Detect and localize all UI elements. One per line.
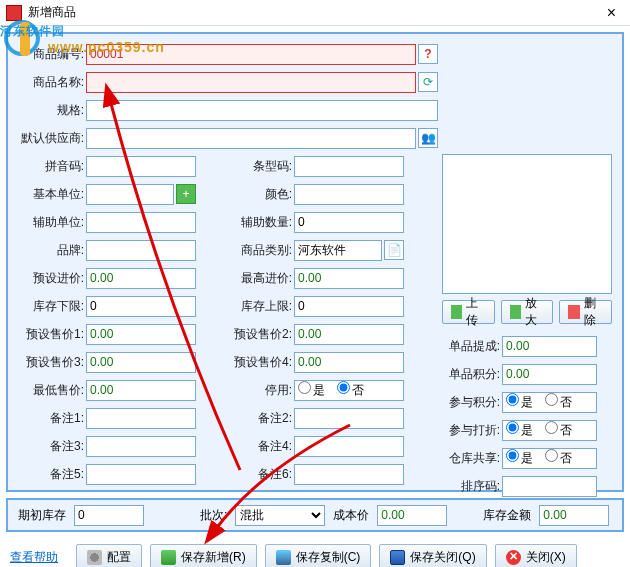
max-cost-input[interactable]: [294, 268, 404, 289]
aux-unit-label: 辅助单位:: [18, 214, 84, 231]
init-stock-input[interactable]: [74, 505, 144, 526]
preset-price4-label: 预设售价4:: [226, 354, 292, 371]
stop-no[interactable]: 否: [337, 381, 364, 399]
min-price-label: 最低售价:: [18, 382, 84, 399]
aux-qty-input[interactable]: [294, 212, 404, 233]
join-discount-label: 参与打折:: [434, 422, 500, 439]
stock-low-input[interactable]: [86, 296, 196, 317]
delete-icon: [568, 305, 579, 319]
bottom-panel: 期初库存 批次: 混批 成本价 库存金额: [6, 498, 624, 532]
watermark: 河东软件园 www.pc0359.cn: [0, 15, 165, 55]
join-discount-no[interactable]: 否: [545, 421, 572, 439]
help-icon[interactable]: ?: [418, 44, 438, 64]
note5-label: 备注5:: [18, 466, 84, 483]
config-button[interactable]: 配置: [76, 544, 142, 567]
preset-price3-label: 预设售价3:: [18, 354, 84, 371]
close-x-icon: ✕: [506, 550, 521, 565]
unit-input[interactable]: [86, 184, 174, 205]
upload-icon: [451, 305, 462, 319]
save-copy-icon: [276, 550, 291, 565]
share-stock-group: 是 否: [502, 448, 597, 469]
category-browse-icon[interactable]: 📄: [384, 240, 404, 260]
category-input[interactable]: [294, 240, 382, 261]
join-points-no[interactable]: 否: [545, 393, 572, 411]
join-discount-group: 是 否: [502, 420, 597, 441]
close-icon[interactable]: ×: [599, 4, 624, 22]
preset-price3-input[interactable]: [86, 352, 196, 373]
preset-price1-label: 预设售价1:: [18, 326, 84, 343]
note5-input[interactable]: [86, 464, 196, 485]
pinyin-input[interactable]: [86, 156, 196, 177]
stop-yes[interactable]: 是: [298, 381, 325, 399]
delete-button[interactable]: 删除: [559, 300, 612, 324]
min-price-input[interactable]: [86, 380, 196, 401]
color-label: 颜色:: [226, 186, 292, 203]
note4-label: 备注4:: [226, 438, 292, 455]
commission-input[interactable]: [502, 336, 597, 357]
preset-price2-input[interactable]: [294, 324, 404, 345]
cost-input[interactable]: [377, 505, 447, 526]
stock-low-label: 库存下限:: [18, 298, 84, 315]
share-stock-label: 仓库共享:: [434, 450, 500, 467]
amount-label: 库存金额: [483, 507, 531, 524]
save-close-button[interactable]: 保存关闭(Q): [379, 544, 486, 567]
join-points-yes[interactable]: 是: [506, 393, 533, 411]
preset-price1-input[interactable]: [86, 324, 196, 345]
color-input[interactable]: [294, 184, 404, 205]
share-stock-no[interactable]: 否: [545, 449, 572, 467]
join-discount-yes[interactable]: 是: [506, 421, 533, 439]
people-icon[interactable]: 👥: [418, 128, 438, 148]
aux-unit-input[interactable]: [86, 212, 196, 233]
batch-label: 批次:: [200, 507, 227, 524]
image-preview: [442, 154, 612, 294]
supplier-input[interactable]: [86, 128, 416, 149]
preset-cost-label: 预设进价:: [18, 270, 84, 287]
sort-input[interactable]: [502, 476, 597, 497]
note6-input[interactable]: [294, 464, 404, 485]
preset-price4-input[interactable]: [294, 352, 404, 373]
barcode-input[interactable]: [294, 156, 404, 177]
note2-label: 备注2:: [226, 410, 292, 427]
save-close-icon: [390, 550, 405, 565]
note6-label: 备注6:: [226, 466, 292, 483]
pinyin-label: 拼音码:: [18, 158, 84, 175]
main-panel: 商品编号: ? 商品名称: ⟳ 规格: 默认供应商: 👥 拼音码: 基本单位:+…: [6, 32, 624, 492]
stock-high-input[interactable]: [294, 296, 404, 317]
note1-label: 备注1:: [18, 410, 84, 427]
max-cost-label: 最高进价:: [226, 270, 292, 287]
save-copy-button[interactable]: 保存复制(C): [265, 544, 372, 567]
note3-label: 备注3:: [18, 438, 84, 455]
product-name-label: 商品名称:: [18, 74, 84, 91]
add-unit-icon[interactable]: +: [176, 184, 196, 204]
note1-input[interactable]: [86, 408, 196, 429]
watermark-text: 河东软件园: [0, 24, 65, 38]
join-points-label: 参与积分:: [434, 394, 500, 411]
barcode-label: 条型码:: [226, 158, 292, 175]
preset-price2-label: 预设售价2:: [226, 326, 292, 343]
save-new-button[interactable]: 保存新增(R): [150, 544, 257, 567]
close-button[interactable]: ✕关闭(X): [495, 544, 577, 567]
points-input[interactable]: [502, 364, 597, 385]
gear-icon: [87, 550, 102, 565]
note2-input[interactable]: [294, 408, 404, 429]
brand-label: 品牌:: [18, 242, 84, 259]
product-name-input[interactable]: [86, 72, 416, 93]
spec-input[interactable]: [86, 100, 438, 121]
stop-radio-group: 是 否: [294, 380, 404, 401]
batch-select[interactable]: 混批: [235, 505, 325, 526]
help-link[interactable]: 查看帮助: [10, 549, 58, 566]
brand-input[interactable]: [86, 240, 196, 261]
footer: 查看帮助 配置 保存新增(R) 保存复制(C) 保存关闭(Q) ✕关闭(X): [0, 538, 630, 567]
refresh-icon[interactable]: ⟳: [418, 72, 438, 92]
amount-input[interactable]: [539, 505, 609, 526]
note3-input[interactable]: [86, 436, 196, 457]
preset-cost-input[interactable]: [86, 268, 196, 289]
share-stock-yes[interactable]: 是: [506, 449, 533, 467]
watermark-url: www.pc0359.cn: [48, 39, 165, 55]
zoom-button[interactable]: 放大: [501, 300, 554, 324]
commission-label: 单品提成:: [434, 338, 500, 355]
aux-qty-label: 辅助数量:: [226, 214, 292, 231]
upload-button[interactable]: 上传: [442, 300, 495, 324]
note4-input[interactable]: [294, 436, 404, 457]
sort-label: 排序码:: [434, 478, 500, 495]
